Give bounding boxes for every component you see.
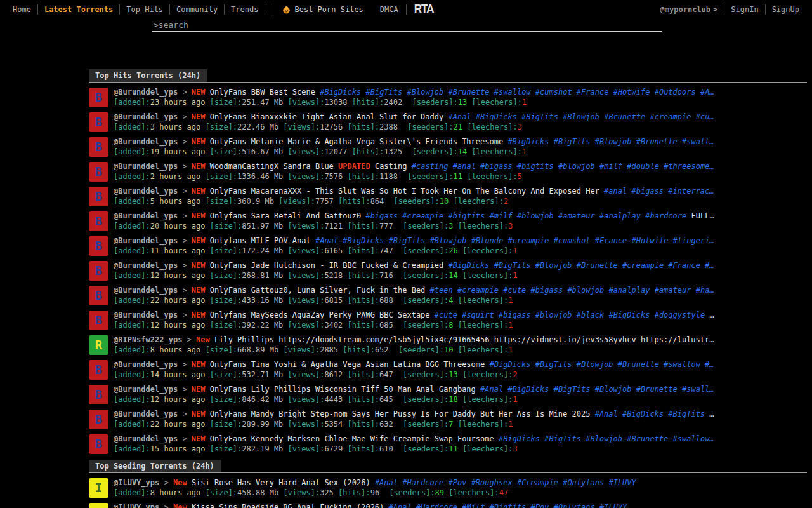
- hashtag-link[interactable]: #Hardcore: [416, 503, 457, 508]
- hashtag-link[interactable]: #creampie: [622, 261, 664, 270]
- hashtag-link[interactable]: #blowjob: [517, 211, 554, 220]
- uploader-link[interactable]: @Burunddel_yps: [114, 286, 178, 295]
- hashtag-link[interactable]: #creampie: [402, 211, 443, 220]
- hashtag-link[interactable]: #casting: [412, 162, 449, 171]
- hashtag-link[interactable]: #swall…: [682, 137, 714, 146]
- hashtag-link[interactable]: #doggystyle: [655, 311, 705, 319]
- nav-item-home[interactable]: Home: [6, 4, 38, 15]
- signin-link[interactable]: SignIn: [724, 4, 764, 15]
- hashtag-link[interactable]: #BigTits: [668, 410, 705, 418]
- hashtag-link[interactable]: #squirt: [462, 311, 494, 319]
- hashtag-link[interactable]: #Brunette: [627, 434, 668, 443]
- hashtag-link[interactable]: #Onlyfans: [554, 503, 595, 508]
- hashtag-link[interactable]: #Blowjob: [595, 385, 632, 394]
- uploader-link[interactable]: @ILUVY_yps: [114, 503, 159, 508]
- hashtag-link[interactable]: #France: [668, 261, 700, 270]
- hashtag-link[interactable]: #Blowjob: [535, 261, 572, 270]
- torrent-title-link[interactable]: OnlyFans Mandy Bright Step-mom Says Her …: [210, 410, 591, 418]
- uploader-link[interactable]: @Burunddel_yps: [114, 410, 178, 418]
- uploader-avatar[interactable]: B: [89, 434, 108, 454]
- uploader-link[interactable]: @Burunddel_yps: [114, 88, 178, 97]
- uploader-avatar[interactable]: B: [89, 187, 108, 206]
- hashtag-link[interactable]: #…: [705, 360, 714, 369]
- hashtag-link[interactable]: #Roughsex: [471, 478, 513, 487]
- torrent-title-link[interactable]: Onlyfans MaySeeds AquaZay Perky PAWG BBC…: [210, 311, 430, 319]
- hashtag-link[interactable]: #Pov: [449, 478, 467, 487]
- torrent-title-link[interactable]: OnlyFans MacarenaXXX - This Slut Was So …: [210, 187, 599, 196]
- torrent-title-link[interactable]: Onlyfans MILF POV Anal: [210, 236, 311, 245]
- uploader-link[interactable]: @Burunddel_yps: [114, 385, 178, 394]
- hashtag-link[interactable]: #BigDicks: [448, 261, 489, 270]
- hashtag-link[interactable]: #lingeri…: [673, 236, 714, 245]
- hashtag-link[interactable]: #Anal: [595, 410, 618, 418]
- hashtag-link[interactable]: #blowjob: [567, 286, 604, 295]
- uploader-link[interactable]: @RIPNsfw222_yps: [114, 335, 182, 344]
- hashtag-link[interactable]: #milf: [599, 162, 622, 171]
- hashtag-link[interactable]: #BigDicks: [608, 311, 650, 319]
- hashtag-link[interactable]: #teen: [430, 286, 453, 295]
- signup-link[interactable]: SignUp: [765, 4, 806, 15]
- hashtag-link[interactable]: #cumshot: [554, 236, 591, 245]
- hashtag-link[interactable]: #anal: [453, 162, 476, 171]
- uploader-avatar[interactable]: B: [89, 88, 108, 107]
- hashtag-link[interactable]: #creampie: [508, 236, 549, 245]
- hashtag-link[interactable]: #BigTits: [365, 88, 402, 97]
- hashtag-link[interactable]: #ILUVY: [608, 478, 636, 487]
- torrent-title-link[interactable]: …: [709, 410, 714, 418]
- uploader-avatar[interactable]: B: [89, 360, 108, 380]
- nav-item-top-hits[interactable]: Top Hits: [120, 4, 170, 15]
- hashtag-link[interactable]: #Hardcore: [402, 478, 443, 487]
- uploader-link[interactable]: @Burunddel_yps: [114, 162, 178, 171]
- torrent-title-link[interactable]: Lily Phillips https://doodstream.com/e/l…: [214, 335, 714, 344]
- uploader-link[interactable]: @Burunddel_yps: [114, 187, 178, 196]
- torrent-title-link[interactable]: Onlyfans Sara Retali And Gattouz0: [210, 211, 361, 220]
- hashtag-link[interactable]: #Creampie: [517, 478, 558, 487]
- hashtag-link[interactable]: #ILUVY: [599, 503, 627, 508]
- hashtag-link[interactable]: #Brunette: [636, 137, 678, 146]
- nav-item-trends[interactable]: Trends: [225, 4, 265, 15]
- search-input[interactable]: [152, 19, 662, 32]
- uploader-avatar[interactable]: B: [89, 236, 108, 256]
- hashtag-link[interactable]: #Milf: [462, 503, 485, 508]
- hashtag-link[interactable]: #BigDicks: [490, 360, 531, 369]
- hashtag-link[interactable]: #BigTits: [494, 261, 531, 270]
- torrent-title-link[interactable]: OnlyFans Melanie Marie & Agatha Vega Sis…: [210, 137, 503, 146]
- hashtag-link[interactable]: #…: [705, 261, 714, 270]
- torrent-title-link[interactable]: Sisi Rose Has Very Hard Anal Sex (2026): [192, 478, 370, 487]
- nav-item-community[interactable]: Community: [170, 4, 225, 15]
- torrent-title-link[interactable]: OnlyFans Jade Hutchison - IR BBC Fucked …: [210, 261, 443, 270]
- uploader-avatar[interactable]: B: [89, 211, 108, 231]
- torrent-title-link[interactable]: Kissa Sins Roadside BG Anal Fucking (202…: [192, 503, 384, 508]
- hashtag-link[interactable]: #bigtits: [517, 162, 554, 171]
- hashtag-link[interactable]: #BigDicks: [508, 385, 549, 394]
- hashtag-link[interactable]: #Anal: [480, 385, 503, 394]
- torrent-title-link[interactable]: …: [709, 311, 714, 319]
- hashtag-link[interactable]: #cu…: [696, 112, 714, 121]
- hashtag-link[interactable]: #creampie: [457, 286, 499, 295]
- best-porn-sites-link[interactable]: Best Porn Sites: [294, 5, 363, 14]
- uploader-link[interactable]: @Burunddel_yps: [114, 137, 178, 146]
- uploader-link[interactable]: @Burunddel_yps: [114, 211, 178, 220]
- hashtag-link[interactable]: #BigDicks: [320, 88, 361, 97]
- hashtag-link[interactable]: #swallow…: [673, 434, 714, 443]
- uploader-avatar[interactable]: B: [89, 385, 108, 404]
- hashtag-link[interactable]: #milf: [490, 211, 513, 220]
- hashtag-link[interactable]: #bigass: [480, 162, 513, 171]
- account-menu[interactable]: @mypornclub>: [660, 5, 724, 14]
- hashtag-link[interactable]: #Brunette: [636, 385, 678, 394]
- uploader-avatar[interactable]: B: [89, 112, 108, 132]
- hashtag-link[interactable]: #BigDicks: [622, 410, 664, 418]
- hashtag-link[interactable]: #BigTits: [544, 434, 581, 443]
- torrent-title-link[interactable]: OnlyFans Bianxxxkie Tight Asian Anal Slu…: [210, 112, 443, 121]
- uploader-avatar[interactable]: B: [89, 137, 108, 157]
- hashtag-link[interactable]: #Brunette: [577, 261, 618, 270]
- hashtag-link[interactable]: #cumshot: [535, 88, 572, 97]
- uploader-link[interactable]: @Burunddel_yps: [114, 112, 178, 121]
- hashtag-link[interactable]: #Blonde: [471, 236, 504, 245]
- hashtag-link[interactable]: #bigass: [531, 286, 563, 295]
- nav-item-latest-torrents[interactable]: Latest Torrents: [38, 4, 120, 15]
- hashtag-link[interactable]: #ha…: [696, 286, 714, 295]
- hashtag-link[interactable]: #A…: [700, 88, 714, 97]
- uploader-avatar[interactable]: R: [89, 335, 108, 355]
- uploader-link[interactable]: @Burunddel_yps: [114, 236, 178, 245]
